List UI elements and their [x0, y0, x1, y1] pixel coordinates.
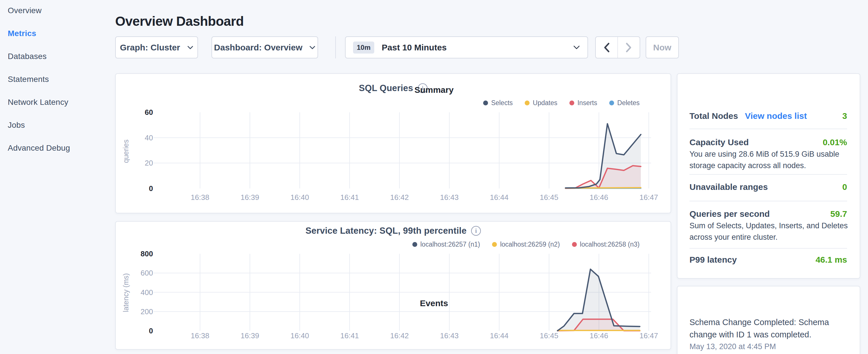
- y-axis-tick: 20: [145, 159, 153, 167]
- toolbar-divider: [335, 36, 336, 58]
- qps-label: Queries per second: [689, 209, 770, 219]
- step-back-button[interactable]: [596, 37, 618, 58]
- chevron-right-icon: [625, 42, 632, 53]
- x-axis-tick: 16:42: [390, 331, 409, 340]
- now-button[interactable]: Now: [646, 36, 679, 58]
- x-axis-tick: 16:44: [490, 193, 508, 202]
- y-axis-tick: 800: [141, 250, 153, 258]
- sidebar-item-metrics[interactable]: Metrics: [8, 29, 111, 38]
- time-range-label: Past 10 Minutes: [382, 43, 573, 53]
- x-axis-tick: 16:41: [340, 331, 359, 340]
- sidebar-item-statements[interactable]: Statements: [8, 74, 111, 84]
- summary-row-unavailable: Unavailable ranges 0: [689, 182, 847, 192]
- x-axis-tick: 16:39: [241, 193, 259, 202]
- chevron-down-icon: [573, 45, 580, 50]
- y-axis-tick: 60: [145, 108, 153, 117]
- summary-divider: [689, 174, 847, 175]
- service-latency-chart-card: Service Latency: SQL, 99th percentile i …: [115, 221, 671, 350]
- dashboard-dropdown-label: Dashboard: Overview: [214, 43, 302, 53]
- chevron-down-icon: [309, 45, 315, 50]
- y-axis-tick: 0: [149, 184, 153, 193]
- chevron-down-icon: [187, 45, 193, 50]
- x-axis-tick: 16:39: [241, 331, 259, 340]
- sidebar-item-network-latency[interactable]: Network Latency: [8, 97, 111, 107]
- events-title: Events: [0, 298, 868, 308]
- x-axis-tick: 16:46: [589, 331, 608, 340]
- y-axis-tick: 0: [149, 326, 153, 335]
- p99-latency-label: P99 latency: [689, 255, 737, 265]
- page-title: Overview Dashboard: [115, 13, 244, 29]
- capacity-used-value: 0.01%: [823, 137, 847, 147]
- y-axis-label: queries: [122, 139, 130, 163]
- x-axis-tick: 16:40: [290, 331, 309, 340]
- x-axis-tick: 16:40: [290, 193, 309, 202]
- view-nodes-list-link[interactable]: View nodes list: [745, 111, 807, 121]
- sidebar-item-databases[interactable]: Databases: [8, 52, 111, 61]
- sidebar-item-advanced-debug[interactable]: Advanced Debug: [8, 143, 111, 153]
- y-axis-tick: 40: [145, 133, 153, 142]
- x-axis-tick: 16:41: [340, 193, 359, 202]
- summary-divider: [689, 201, 847, 201]
- time-step-buttons: [595, 36, 640, 58]
- unavailable-ranges-label: Unavailable ranges: [689, 182, 768, 192]
- x-axis-tick: 16:38: [191, 331, 209, 340]
- event-timestamp: May 13, 2020 at 4:45 PM: [689, 342, 776, 351]
- x-axis-tick: 16:43: [440, 331, 459, 340]
- total-nodes-value: 3: [842, 111, 847, 121]
- graph-dropdown-label: Graph: Cluster: [120, 43, 180, 53]
- summary-divider: [689, 129, 847, 129]
- dashboard-dropdown[interactable]: Dashboard: Overview: [212, 36, 318, 58]
- x-axis-tick: 16:47: [639, 193, 658, 202]
- x-axis-tick: 16:47: [639, 331, 658, 340]
- total-nodes-label: Total Nodes: [689, 111, 738, 121]
- x-axis-tick: 16:45: [539, 193, 558, 202]
- p99-latency-value: 46.1 ms: [815, 255, 847, 265]
- y-axis-tick: 200: [141, 307, 153, 316]
- service-latency-plot: 16:3816:3916:4016:4116:4216:4316:4416:45…: [116, 222, 672, 350]
- capacity-used-label: Capacity Used: [689, 137, 749, 147]
- x-axis-tick: 16:45: [539, 331, 558, 340]
- unavailable-ranges-value: 0: [842, 182, 847, 192]
- sql-queries-plot: 16:3816:3916:4016:4116:4216:4316:4416:45…: [116, 74, 672, 214]
- summary-divider: [689, 248, 847, 249]
- chevron-left-icon: [603, 42, 610, 53]
- x-axis-tick: 16:46: [589, 193, 608, 202]
- step-forward-button[interactable]: [618, 37, 640, 58]
- event-message: Schema Change Completed: Schema change w…: [689, 316, 851, 341]
- summary-title: Summary: [0, 85, 868, 95]
- x-axis-tick: 16:44: [490, 331, 508, 340]
- summary-row-p99: P99 latency 46.1 ms: [689, 255, 847, 265]
- graph-dropdown[interactable]: Graph: Cluster: [115, 36, 198, 58]
- summary-row-total-nodes: Total Nodes View nodes list 3: [689, 111, 847, 121]
- qps-value: 59.7: [831, 209, 847, 219]
- summary-row-capacity: Capacity Used 0.01%: [689, 137, 847, 147]
- sidebar-item-jobs[interactable]: Jobs: [8, 120, 111, 130]
- y-axis-tick: 600: [141, 269, 153, 277]
- summary-row-qps: Queries per second 59.7: [689, 209, 847, 219]
- qps-description: Sum of Selects, Updates, Inserts, and De…: [689, 220, 850, 243]
- x-axis-tick: 16:43: [440, 193, 459, 202]
- y-axis-tick: 400: [141, 288, 153, 297]
- capacity-description: You are using 28.6 MiB of 515.9 GiB usab…: [689, 148, 850, 171]
- x-axis-tick: 16:38: [191, 193, 209, 202]
- time-range-picker[interactable]: 10m Past 10 Minutes: [345, 36, 588, 58]
- sidebar-item-overview[interactable]: Overview: [8, 6, 111, 15]
- x-axis-tick: 16:42: [390, 193, 409, 202]
- time-range-badge: 10m: [353, 41, 374, 54]
- sidebar-nav: OverviewMetricsDatabasesStatementsNetwor…: [8, 6, 111, 153]
